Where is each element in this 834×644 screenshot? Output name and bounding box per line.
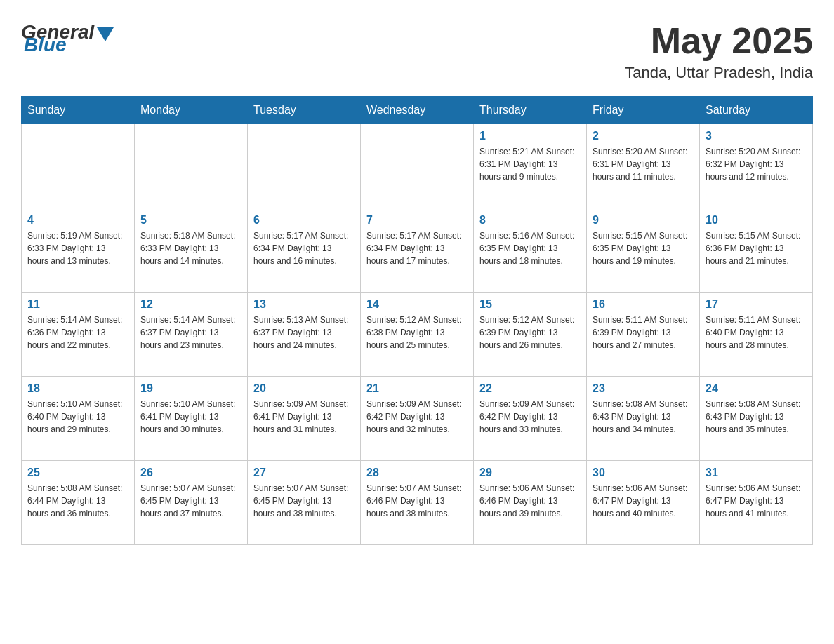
day-info: Sunrise: 5:17 AM Sunset: 6:34 PM Dayligh… bbox=[253, 229, 355, 267]
day-info: Sunrise: 5:12 AM Sunset: 6:38 PM Dayligh… bbox=[366, 314, 468, 351]
calendar-week-row: 18Sunrise: 5:10 AM Sunset: 6:40 PM Dayli… bbox=[22, 377, 813, 461]
calendar-cell: 5Sunrise: 5:18 AM Sunset: 6:33 PM Daylig… bbox=[135, 208, 248, 293]
day-number: 22 bbox=[479, 382, 581, 395]
calendar-cell: 2Sunrise: 5:20 AM Sunset: 6:31 PM Daylig… bbox=[587, 124, 700, 208]
day-info: Sunrise: 5:18 AM Sunset: 6:33 PM Dayligh… bbox=[140, 229, 241, 267]
day-info: Sunrise: 5:06 AM Sunset: 6:46 PM Dayligh… bbox=[479, 482, 581, 520]
logo: General Blue bbox=[21, 21, 114, 56]
calendar-cell: 23Sunrise: 5:08 AM Sunset: 6:43 PM Dayli… bbox=[587, 377, 700, 461]
calendar-cell: 10Sunrise: 5:15 AM Sunset: 6:36 PM Dayli… bbox=[700, 208, 813, 293]
day-info: Sunrise: 5:08 AM Sunset: 6:43 PM Dayligh… bbox=[706, 398, 807, 436]
day-info: Sunrise: 5:14 AM Sunset: 6:36 PM Dayligh… bbox=[27, 314, 128, 351]
calendar-cell: 18Sunrise: 5:10 AM Sunset: 6:40 PM Dayli… bbox=[22, 377, 135, 461]
calendar-cell bbox=[135, 124, 248, 208]
day-number: 30 bbox=[593, 467, 694, 479]
day-info: Sunrise: 5:15 AM Sunset: 6:36 PM Dayligh… bbox=[706, 229, 807, 267]
day-number: 25 bbox=[27, 467, 128, 479]
day-number: 7 bbox=[366, 214, 468, 227]
day-number: 5 bbox=[140, 214, 241, 227]
day-info: Sunrise: 5:16 AM Sunset: 6:35 PM Dayligh… bbox=[479, 229, 581, 267]
day-number: 11 bbox=[27, 298, 128, 311]
day-info: Sunrise: 5:06 AM Sunset: 6:47 PM Dayligh… bbox=[593, 482, 694, 520]
day-info: Sunrise: 5:09 AM Sunset: 6:42 PM Dayligh… bbox=[366, 398, 468, 436]
calendar-cell: 16Sunrise: 5:11 AM Sunset: 6:39 PM Dayli… bbox=[587, 293, 700, 377]
calendar-cell: 4Sunrise: 5:19 AM Sunset: 6:33 PM Daylig… bbox=[22, 208, 135, 293]
calendar-cell: 22Sunrise: 5:09 AM Sunset: 6:42 PM Dayli… bbox=[474, 377, 587, 461]
day-info: Sunrise: 5:09 AM Sunset: 6:41 PM Dayligh… bbox=[253, 398, 355, 436]
calendar-cell: 13Sunrise: 5:13 AM Sunset: 6:37 PM Dayli… bbox=[248, 293, 361, 377]
day-info: Sunrise: 5:21 AM Sunset: 6:31 PM Dayligh… bbox=[479, 145, 581, 183]
day-info: Sunrise: 5:13 AM Sunset: 6:37 PM Dayligh… bbox=[253, 314, 355, 351]
calendar-cell: 27Sunrise: 5:07 AM Sunset: 6:45 PM Dayli… bbox=[248, 461, 361, 545]
calendar-cell: 29Sunrise: 5:06 AM Sunset: 6:46 PM Dayli… bbox=[474, 461, 587, 545]
day-info: Sunrise: 5:19 AM Sunset: 6:33 PM Dayligh… bbox=[27, 229, 128, 267]
weekday-header-thursday: Thursday bbox=[474, 97, 587, 124]
calendar-week-row: 4Sunrise: 5:19 AM Sunset: 6:33 PM Daylig… bbox=[22, 208, 813, 293]
day-number: 18 bbox=[27, 382, 128, 395]
day-number: 6 bbox=[253, 214, 355, 227]
day-info: Sunrise: 5:06 AM Sunset: 6:47 PM Dayligh… bbox=[706, 482, 807, 520]
calendar-cell bbox=[22, 124, 135, 208]
calendar-cell: 11Sunrise: 5:14 AM Sunset: 6:36 PM Dayli… bbox=[22, 293, 135, 377]
day-info: Sunrise: 5:07 AM Sunset: 6:45 PM Dayligh… bbox=[140, 482, 241, 520]
day-number: 10 bbox=[706, 214, 807, 227]
calendar-cell: 15Sunrise: 5:12 AM Sunset: 6:39 PM Dayli… bbox=[474, 293, 587, 377]
day-number: 23 bbox=[593, 382, 694, 395]
day-number: 29 bbox=[479, 467, 581, 479]
logo-blue-text: Blue bbox=[24, 34, 67, 56]
calendar-cell: 12Sunrise: 5:14 AM Sunset: 6:37 PM Dayli… bbox=[135, 293, 248, 377]
day-info: Sunrise: 5:17 AM Sunset: 6:34 PM Dayligh… bbox=[366, 229, 468, 267]
calendar-cell: 19Sunrise: 5:10 AM Sunset: 6:41 PM Dayli… bbox=[135, 377, 248, 461]
month-title: May 2025 bbox=[625, 21, 813, 61]
day-number: 1 bbox=[479, 130, 581, 142]
day-number: 15 bbox=[479, 298, 581, 311]
calendar-cell: 1Sunrise: 5:21 AM Sunset: 6:31 PM Daylig… bbox=[474, 124, 587, 208]
day-info: Sunrise: 5:14 AM Sunset: 6:37 PM Dayligh… bbox=[140, 314, 241, 351]
day-info: Sunrise: 5:20 AM Sunset: 6:32 PM Dayligh… bbox=[706, 145, 807, 183]
weekday-header-friday: Friday bbox=[587, 97, 700, 124]
calendar-cell: 24Sunrise: 5:08 AM Sunset: 6:43 PM Dayli… bbox=[700, 377, 813, 461]
day-info: Sunrise: 5:15 AM Sunset: 6:35 PM Dayligh… bbox=[593, 229, 694, 267]
calendar-cell: 25Sunrise: 5:08 AM Sunset: 6:44 PM Dayli… bbox=[22, 461, 135, 545]
day-number: 20 bbox=[253, 382, 355, 395]
calendar-cell bbox=[361, 124, 474, 208]
weekday-header-wednesday: Wednesday bbox=[361, 97, 474, 124]
day-number: 14 bbox=[366, 298, 468, 311]
day-info: Sunrise: 5:07 AM Sunset: 6:45 PM Dayligh… bbox=[253, 482, 355, 520]
calendar-cell: 26Sunrise: 5:07 AM Sunset: 6:45 PM Dayli… bbox=[135, 461, 248, 545]
day-number: 3 bbox=[706, 130, 807, 142]
calendar-table: SundayMondayTuesdayWednesdayThursdayFrid… bbox=[21, 96, 813, 545]
day-number: 28 bbox=[366, 467, 468, 479]
calendar-cell: 28Sunrise: 5:07 AM Sunset: 6:46 PM Dayli… bbox=[361, 461, 474, 545]
day-number: 2 bbox=[593, 130, 694, 142]
day-number: 21 bbox=[366, 382, 468, 395]
calendar-cell: 31Sunrise: 5:06 AM Sunset: 6:47 PM Dayli… bbox=[700, 461, 813, 545]
calendar-week-row: 11Sunrise: 5:14 AM Sunset: 6:36 PM Dayli… bbox=[22, 293, 813, 377]
weekday-header-sunday: Sunday bbox=[22, 97, 135, 124]
day-number: 24 bbox=[706, 382, 807, 395]
day-number: 17 bbox=[706, 298, 807, 311]
day-number: 4 bbox=[27, 214, 128, 227]
calendar-week-row: 1Sunrise: 5:21 AM Sunset: 6:31 PM Daylig… bbox=[22, 124, 813, 208]
title-section: May 2025 Tanda, Uttar Pradesh, India bbox=[625, 21, 813, 82]
calendar-header-row: SundayMondayTuesdayWednesdayThursdayFrid… bbox=[22, 97, 813, 124]
calendar-cell: 14Sunrise: 5:12 AM Sunset: 6:38 PM Dayli… bbox=[361, 293, 474, 377]
day-number: 9 bbox=[593, 214, 694, 227]
day-number: 8 bbox=[479, 214, 581, 227]
calendar-cell: 21Sunrise: 5:09 AM Sunset: 6:42 PM Dayli… bbox=[361, 377, 474, 461]
day-number: 27 bbox=[253, 467, 355, 479]
day-info: Sunrise: 5:10 AM Sunset: 6:41 PM Dayligh… bbox=[140, 398, 241, 436]
day-number: 16 bbox=[593, 298, 694, 311]
calendar-cell: 20Sunrise: 5:09 AM Sunset: 6:41 PM Dayli… bbox=[248, 377, 361, 461]
calendar-cell: 17Sunrise: 5:11 AM Sunset: 6:40 PM Dayli… bbox=[700, 293, 813, 377]
location-title: Tanda, Uttar Pradesh, India bbox=[625, 64, 813, 82]
day-info: Sunrise: 5:11 AM Sunset: 6:39 PM Dayligh… bbox=[593, 314, 694, 351]
page-header: General Blue May 2025 Tanda, Uttar Prade… bbox=[21, 21, 813, 82]
day-info: Sunrise: 5:09 AM Sunset: 6:42 PM Dayligh… bbox=[479, 398, 581, 436]
weekday-header-tuesday: Tuesday bbox=[248, 97, 361, 124]
calendar-cell: 3Sunrise: 5:20 AM Sunset: 6:32 PM Daylig… bbox=[700, 124, 813, 208]
day-info: Sunrise: 5:07 AM Sunset: 6:46 PM Dayligh… bbox=[366, 482, 468, 520]
calendar-cell: 6Sunrise: 5:17 AM Sunset: 6:34 PM Daylig… bbox=[248, 208, 361, 293]
day-number: 31 bbox=[706, 467, 807, 479]
day-info: Sunrise: 5:12 AM Sunset: 6:39 PM Dayligh… bbox=[479, 314, 581, 351]
